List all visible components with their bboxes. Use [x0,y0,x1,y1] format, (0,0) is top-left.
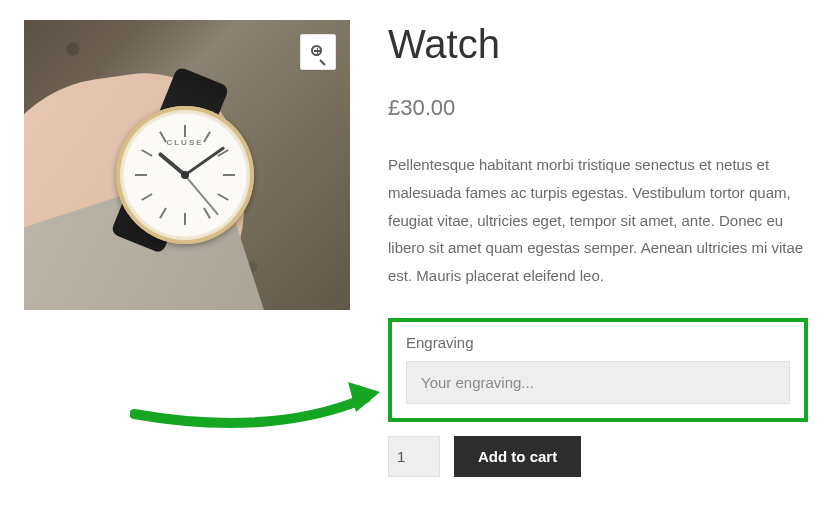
zoom-button[interactable] [300,34,336,70]
product-title: Watch [388,22,808,67]
add-to-cart-button[interactable]: Add to cart [454,436,581,477]
product-price: £30.00 [388,95,808,121]
quantity-stepper[interactable] [388,436,440,477]
engraving-field-highlight: Engraving [388,318,808,422]
engraving-input[interactable] [406,361,790,404]
product-description: Pellentesque habitant morbi tristique se… [388,151,808,290]
magnify-plus-icon [311,45,325,59]
engraving-label: Engraving [406,334,790,351]
